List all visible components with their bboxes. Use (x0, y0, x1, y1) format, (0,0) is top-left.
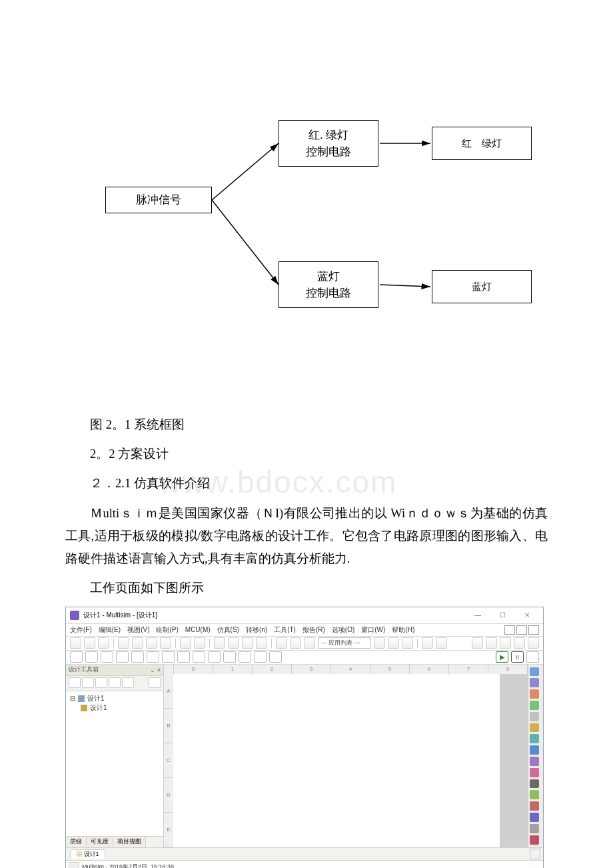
mdi-minimize-icon[interactable] (504, 625, 515, 635)
comp-rf-icon[interactable] (254, 651, 267, 663)
comp-cmos-icon[interactable] (162, 651, 175, 663)
leftpanel-tool2-icon[interactable] (82, 677, 94, 688)
toolbar-print-icon[interactable] (118, 637, 129, 649)
instrument-labview-icon[interactable] (530, 835, 539, 845)
comp-misc-icon[interactable] (177, 651, 190, 663)
spreadsheet-toggle-icon[interactable] (69, 862, 79, 868)
leftpanel-tool5-icon[interactable] (122, 677, 134, 688)
instrument-funcgen-icon[interactable] (530, 678, 539, 687)
toolbar-right-zoomfit-icon[interactable] (514, 637, 525, 649)
toolbar-copy-icon[interactable] (146, 637, 157, 649)
left-tab-hierarchy[interactable]: 层级 (66, 837, 87, 847)
schematic-grid[interactable] (173, 674, 528, 847)
toolbar-zoomout-icon[interactable] (228, 637, 239, 649)
toolbar-right-zoomout-icon[interactable] (486, 637, 497, 649)
toolbar-undo-icon[interactable] (180, 637, 191, 649)
design-tree[interactable]: ⊟ 设计1 设计1 (66, 691, 163, 836)
comp-ttl-icon[interactable] (147, 651, 159, 663)
comp-analog-icon[interactable] (131, 651, 144, 663)
instrument-logicconv-icon[interactable] (530, 768, 539, 777)
menu-place[interactable]: 绘制(P) (156, 625, 178, 635)
instrument-netanalyzer-icon[interactable] (530, 813, 539, 822)
leftpanel-tool1-icon[interactable] (69, 677, 81, 688)
mdi-restore-icon[interactable] (516, 625, 527, 635)
menu-view[interactable]: 视图(V) (127, 625, 149, 635)
leftpanel-tool3-icon[interactable] (95, 677, 107, 688)
toolbar-component2-icon[interactable] (290, 637, 301, 649)
toolbar-zoomfit-icon[interactable] (242, 637, 253, 649)
toolbar-component3-icon[interactable] (304, 637, 315, 649)
comp-power-icon[interactable] (223, 651, 236, 663)
instrument-specanalyzer-icon[interactable] (530, 801, 539, 811)
toolbar-right-zoomin-icon[interactable] (472, 637, 483, 649)
instrument-wattmeter-icon[interactable] (530, 689, 539, 699)
comp-mixed-icon[interactable] (193, 651, 205, 663)
toolbar-use-list-dropdown[interactable]: --- 应用列表 --- (318, 637, 371, 649)
menu-edit[interactable]: 编辑(E) (99, 625, 121, 635)
instrument-ivanalyzer-icon[interactable] (530, 779, 539, 789)
toolbar-right-5-icon[interactable] (528, 637, 539, 649)
menu-simulate[interactable]: 仿真(S) (217, 625, 239, 635)
toolbar-open-icon[interactable] (84, 637, 95, 649)
schematic-canvas[interactable]: 0 1 2 3 4 5 6 7 8 A B C D (164, 665, 528, 847)
menu-window[interactable]: 窗口(W) (361, 625, 385, 635)
instrument-oscilloscope-icon[interactable] (530, 701, 539, 710)
comp-basic-icon[interactable] (85, 651, 98, 663)
tree-root-node[interactable]: ⊟ 设计1 (70, 694, 159, 703)
spreadsheet-view: Multisim - 2016年7月2日, 15:16:39 结果 网络 元器件… (66, 860, 543, 868)
comp-misc2-icon[interactable] (239, 651, 251, 663)
window-close-button[interactable]: ✕ (515, 609, 539, 621)
toolbar-fullscreen-icon[interactable] (256, 637, 267, 649)
mdi-close-icon[interactable] (528, 625, 539, 635)
toolbar-component-icon[interactable] (276, 637, 287, 649)
menu-mcu[interactable]: MCU(M) (185, 626, 211, 633)
menu-file[interactable]: 文件(F) (70, 625, 92, 635)
comp-transistor-icon[interactable] (116, 651, 129, 663)
leftpanel-tool6-icon[interactable] (149, 677, 161, 688)
toolbar-misc4-icon[interactable] (422, 637, 433, 649)
toolbar-misc3-icon[interactable] (402, 637, 413, 649)
run-button[interactable]: ▶ (496, 651, 508, 663)
left-panel-collapse-icon[interactable]: ⌄ × (150, 667, 161, 673)
instrument-4ch-scope-icon[interactable] (530, 712, 539, 721)
instrument-bodeplotter-icon[interactable] (530, 723, 539, 733)
menu-reports[interactable]: 报告(R) (303, 625, 325, 635)
tree-child-node[interactable]: 设计1 (81, 703, 159, 713)
toolbar-cut-icon[interactable] (132, 637, 143, 649)
toolbar-paste-icon[interactable] (160, 637, 171, 649)
app-icon (70, 611, 79, 620)
toolbar-redo-icon[interactable] (194, 637, 205, 649)
comp-electromech-icon[interactable] (269, 651, 282, 663)
stop-button-icon[interactable] (526, 651, 539, 663)
tree-root-label: 设计1 (87, 694, 105, 703)
pause-button[interactable]: II (511, 651, 524, 663)
toolbar-right-zoomarea-icon[interactable] (500, 637, 511, 649)
instrument-wordgen-icon[interactable] (530, 745, 539, 755)
toolbar-new-icon[interactable] (70, 637, 81, 649)
menu-transfer[interactable]: 转移(n) (246, 625, 267, 635)
comp-diode-icon[interactable] (101, 651, 113, 663)
window-minimize-button[interactable]: — (466, 609, 490, 621)
toolbar-misc1-icon[interactable] (374, 637, 385, 649)
menu-tools[interactable]: 工具(T) (274, 625, 296, 635)
menu-bar[interactable]: 文件(F) 编辑(E) 视图(V) 绘制(P) MCU(M) 仿真(S) 转移(… (66, 624, 543, 637)
left-tab-visibility[interactable]: 可见度 (87, 837, 113, 847)
instrument-agilent-icon[interactable] (530, 824, 539, 833)
menu-help[interactable]: 帮助(H) (392, 625, 414, 635)
instrument-multimeter-icon[interactable] (530, 667, 539, 677)
toolbar-zoomin-icon[interactable] (214, 637, 225, 649)
instrument-logicanalyzer-icon[interactable] (530, 757, 539, 766)
toolbar-misc2-icon[interactable] (388, 637, 399, 649)
window-maximize-button[interactable]: ☐ (490, 609, 514, 621)
comp-source-icon[interactable] (70, 651, 83, 663)
toolbar-help-icon[interactable] (436, 637, 447, 649)
toolbar-save-icon[interactable] (98, 637, 109, 649)
tab-scroll-icon[interactable] (530, 849, 540, 859)
instrument-distanalyzer-icon[interactable] (530, 790, 539, 799)
left-tab-project[interactable]: 项目视图 (113, 837, 146, 847)
leftpanel-tool4-icon[interactable] (109, 677, 121, 688)
comp-indicator-icon[interactable] (208, 651, 221, 663)
menu-options[interactable]: 选项(O) (332, 625, 354, 635)
instrument-freqcounter-icon[interactable] (530, 734, 539, 743)
document-tab-design1[interactable]: ▦ 设计1 (70, 849, 105, 859)
